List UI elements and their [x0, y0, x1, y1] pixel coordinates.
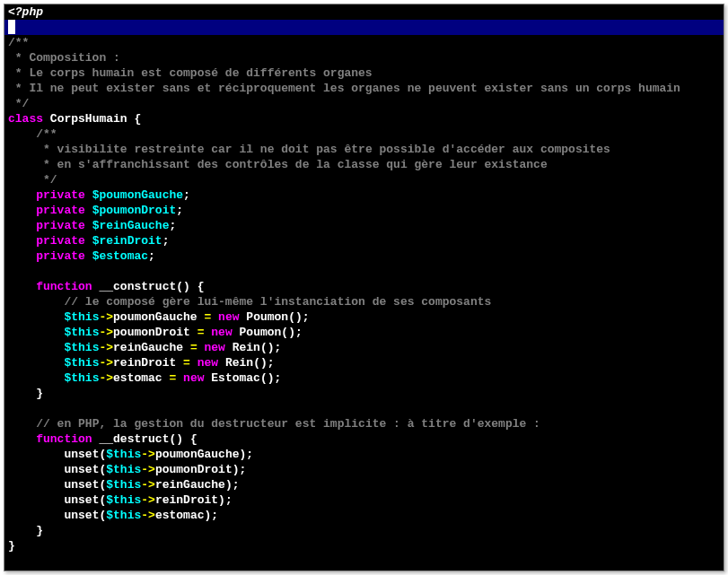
this-var: $this	[64, 310, 99, 324]
semicolon: ;	[275, 371, 282, 385]
property: $reinDroit	[92, 234, 162, 248]
keyword-new: new	[197, 356, 218, 370]
code-line: unset($this->reinGauche);	[4, 477, 724, 492]
doc-comment: * visibilite restreinte car il ne doit p…	[36, 143, 610, 156]
method-name: __destruct	[99, 432, 169, 446]
semicolon: ;	[162, 234, 170, 248]
class-ref: Poumon	[246, 310, 288, 324]
doc-comment: * Il ne peut exister sans et réciproquem…	[8, 82, 680, 95]
code-line: * Composition :	[4, 50, 724, 65]
keyword-unset: unset	[64, 478, 99, 492]
this-var: $this	[64, 371, 99, 385]
keyword-unset: unset	[64, 448, 99, 461]
brace: }	[36, 387, 43, 400]
semicolon: ;	[303, 310, 310, 324]
arrow-op: ->	[141, 448, 155, 461]
keyword-unset: unset	[64, 463, 99, 476]
keyword-private: private	[36, 249, 85, 263]
this-var: $this	[106, 448, 141, 461]
arrow-op: ->	[99, 341, 113, 354]
code-line: class CorpsHumain {	[4, 111, 724, 126]
code-line	[4, 553, 724, 569]
keyword-function: function	[36, 432, 92, 446]
member: reinGauche	[113, 341, 183, 354]
keyword-unset: unset	[64, 509, 99, 522]
parens: ()	[169, 432, 183, 446]
arrow-op: ->	[99, 356, 113, 370]
property: $poumonGauche	[92, 188, 183, 202]
member: estomac	[113, 371, 162, 385]
code-editor[interactable]: <?php /** * Composition : * Le corps hum…	[4, 4, 724, 571]
semicolon: ;	[275, 341, 282, 354]
this-var: $this	[106, 463, 141, 476]
member: poumonGauche	[113, 310, 197, 324]
arrow-op: ->	[141, 463, 155, 476]
php-open-tag: <?php	[8, 5, 43, 19]
code-line: unset($this->reinDroit);	[4, 492, 724, 508]
class-ref: Estomac	[211, 371, 260, 385]
code-line: private $poumonDroit;	[4, 203, 724, 218]
parens: ()	[288, 310, 303, 324]
parens: ()	[176, 280, 190, 293]
assign-op: =	[204, 310, 211, 324]
code-line: * Il ne peut exister sans et réciproquem…	[4, 81, 724, 96]
this-var: $this	[106, 493, 141, 507]
semicolon: ;	[232, 478, 240, 492]
code-line: */	[4, 172, 724, 187]
code-line: // en PHP, la gestion du destructeur est…	[4, 416, 724, 431]
code-line: unset($this->estomac);	[4, 508, 724, 523]
doc-comment: * en s'affranchissant des contrôles de l…	[36, 158, 548, 171]
semicolon: ;	[211, 509, 218, 522]
member: poumonDroit	[113, 326, 190, 339]
code-line: function __destruct() {	[4, 431, 724, 447]
class-ref: Rein	[232, 341, 260, 354]
code-line: $this->estomac = new Estomac();	[4, 370, 724, 386]
parens: ()	[281, 326, 295, 339]
code-line: unset($this->poumonDroit);	[4, 462, 724, 477]
code-line: $this->reinDroit = new Rein();	[4, 355, 724, 370]
code-line: * visibilite restreinte car il ne doit p…	[4, 142, 724, 157]
this-var: $this	[64, 326, 99, 339]
class-ref: Rein	[225, 356, 253, 370]
member: reinDroit	[155, 493, 218, 507]
keyword-private: private	[36, 204, 85, 217]
code-line: }	[4, 386, 724, 401]
code-line: private $estomac;	[4, 248, 724, 264]
code-line: */	[4, 96, 724, 111]
code-line: private $poumonGauche;	[4, 187, 724, 203]
line-comment: // en PHP, la gestion du destructeur est…	[36, 417, 540, 431]
property: $estomac	[92, 249, 148, 263]
arrow-op: ->	[141, 493, 155, 507]
arrow-op: ->	[99, 371, 113, 385]
keyword-new: new	[205, 341, 225, 354]
keyword-new: new	[211, 326, 232, 339]
semicolon: ;	[183, 188, 190, 202]
assign-op: =	[197, 326, 205, 339]
code-line: /**	[4, 35, 724, 50]
parens: ()	[253, 356, 268, 370]
keyword-private: private	[36, 234, 85, 248]
this-var: $this	[64, 356, 99, 370]
semicolon: ;	[295, 326, 303, 339]
doc-comment: */	[8, 97, 29, 110]
paren: )	[232, 463, 240, 476]
brace: }	[8, 539, 15, 553]
doc-comment: /**	[36, 127, 57, 141]
code-line: private $reinGauche;	[4, 218, 724, 233]
code-line: $this->reinGauche = new Rein();	[4, 340, 724, 355]
member: reinDroit	[113, 356, 176, 370]
code-line: $this->poumonGauche = new Poumon();	[4, 309, 724, 325]
cursor-line	[4, 20, 724, 35]
semicolon: ;	[176, 204, 183, 217]
member: poumonDroit	[155, 463, 232, 476]
keyword-private: private	[36, 219, 85, 232]
keyword-new: new	[183, 371, 204, 385]
member: reinGauche	[155, 478, 225, 492]
property: $poumonDroit	[92, 204, 177, 217]
arrow-op: ->	[99, 310, 113, 324]
code-line: /**	[4, 126, 724, 142]
brace: {	[134, 112, 141, 126]
brace: }	[36, 524, 43, 537]
property: $reinGauche	[92, 219, 170, 232]
line-comment: // le composé gère lui-même l'instanciat…	[64, 295, 491, 309]
